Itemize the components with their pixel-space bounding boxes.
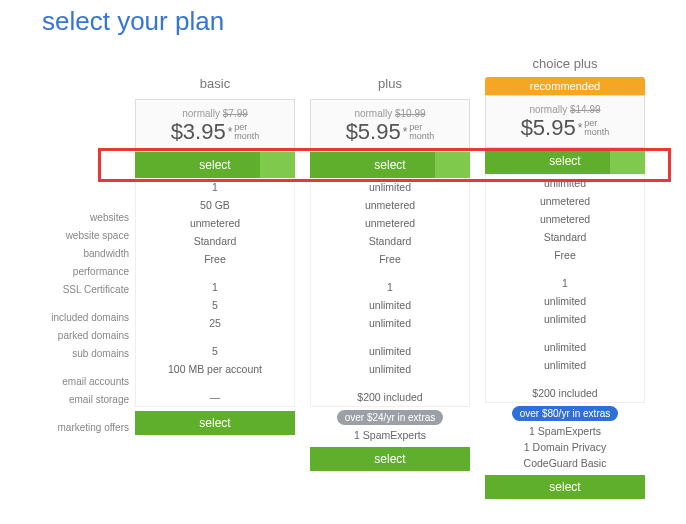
feature-marketing-offers: $200 included bbox=[486, 384, 644, 402]
label-marketing-offers: marketing offers bbox=[30, 419, 135, 437]
feature-websites: unlimited bbox=[311, 178, 469, 196]
feature-email-storage: unlimited bbox=[311, 360, 469, 378]
plan-name: plus bbox=[310, 49, 470, 99]
per-month-label: permonth bbox=[584, 119, 609, 137]
feature-bandwidth: unmetered bbox=[136, 214, 294, 232]
feature-parked-domains: unlimited bbox=[486, 292, 644, 310]
feature-included-domains: 1 bbox=[486, 274, 644, 292]
feature-websites: 1 bbox=[136, 178, 294, 196]
plan-choice-plus: choice plusrecommendednormally $14.99$5.… bbox=[485, 49, 645, 499]
feature-email-storage: unlimited bbox=[486, 356, 644, 374]
feature-marketing-offers: — bbox=[136, 388, 294, 406]
feature-website-space: unmetered bbox=[311, 196, 469, 214]
feature-sub-domains: unlimited bbox=[486, 310, 644, 328]
feature-bandwidth: unmetered bbox=[311, 214, 469, 232]
normally-text: normally $10.99 bbox=[315, 108, 465, 119]
feature-labels-column: websites website space bandwidth perform… bbox=[30, 49, 135, 499]
features-list: unlimitedunmeteredunmeteredStandardFree1… bbox=[310, 178, 470, 407]
pricing-grid: websites website space bandwidth perform… bbox=[0, 49, 686, 499]
asterisk-icon: * bbox=[578, 121, 583, 135]
feature-websites: unlimited bbox=[486, 174, 644, 192]
label-sub-domains: sub domains bbox=[30, 345, 135, 363]
feature-parked-domains: 5 bbox=[136, 296, 294, 314]
select-button-bottom[interactable]: select bbox=[135, 411, 295, 435]
feature-included-domains: 1 bbox=[311, 278, 469, 296]
price-box: normally $10.99$5.95*permonth bbox=[310, 99, 470, 152]
price-box: normally $7.99$3.95*permonth bbox=[135, 99, 295, 152]
feature-email-accounts: unlimited bbox=[486, 338, 644, 356]
label-websites: websites bbox=[30, 209, 135, 227]
feature-marketing-offers: $200 included bbox=[311, 388, 469, 406]
feature-email-accounts: unlimited bbox=[311, 342, 469, 360]
label-performance: performance bbox=[30, 263, 135, 281]
features-list: unlimitedunmeteredunmeteredStandardFree1… bbox=[485, 174, 645, 403]
features-list: 150 GBunmeteredStandardFree15255100 MB p… bbox=[135, 178, 295, 407]
normally-text: normally $7.99 bbox=[140, 108, 290, 119]
select-button-top[interactable]: select bbox=[310, 152, 470, 178]
label-website-space: website space bbox=[30, 227, 135, 245]
per-month-label: permonth bbox=[409, 123, 434, 141]
per-month-label: permonth bbox=[234, 123, 259, 141]
plan-plus: plusnormally $10.99$5.95*permonthselectu… bbox=[310, 49, 470, 499]
extra-line: 1 Domain Privacy bbox=[485, 439, 645, 455]
feature-ssl: Free bbox=[136, 250, 294, 268]
page-title: select your plan bbox=[0, 0, 686, 49]
select-button-bottom[interactable]: select bbox=[485, 475, 645, 499]
label-email-accounts: email accounts bbox=[30, 373, 135, 391]
feature-bandwidth: unmetered bbox=[486, 210, 644, 228]
feature-performance: Standard bbox=[311, 232, 469, 250]
price: $3.95 bbox=[171, 119, 226, 145]
price-box: normally $14.99$5.95*permonth bbox=[485, 95, 645, 148]
feature-included-domains: 1 bbox=[136, 278, 294, 296]
plan-name: choice plus bbox=[485, 49, 645, 79]
feature-performance: Standard bbox=[136, 232, 294, 250]
feature-email-accounts: 5 bbox=[136, 342, 294, 360]
recommended-badge: recommended bbox=[485, 77, 645, 95]
normally-text: normally $14.99 bbox=[490, 104, 640, 115]
plan-name: basic bbox=[135, 49, 295, 99]
label-included-domains: included domains bbox=[30, 309, 135, 327]
feature-email-storage: 100 MB per account bbox=[136, 360, 294, 378]
feature-ssl: Free bbox=[311, 250, 469, 268]
feature-sub-domains: unlimited bbox=[311, 314, 469, 332]
select-button-top[interactable]: select bbox=[485, 148, 645, 174]
asterisk-icon: * bbox=[403, 125, 408, 139]
feature-website-space: 50 GB bbox=[136, 196, 294, 214]
feature-performance: Standard bbox=[486, 228, 644, 246]
label-bandwidth: bandwidth bbox=[30, 245, 135, 263]
asterisk-icon: * bbox=[228, 125, 233, 139]
label-parked-domains: parked domains bbox=[30, 327, 135, 345]
feature-ssl: Free bbox=[486, 246, 644, 264]
feature-website-space: unmetered bbox=[486, 192, 644, 210]
extra-line: 1 SpamExperts bbox=[310, 427, 470, 443]
price: $5.95 bbox=[346, 119, 401, 145]
label-ssl: SSL Certificate bbox=[30, 281, 135, 299]
select-button-top[interactable]: select bbox=[135, 152, 295, 178]
feature-parked-domains: unlimited bbox=[311, 296, 469, 314]
extra-line: CodeGuard Basic bbox=[485, 455, 645, 471]
extras-pill: over $24/yr in extras bbox=[337, 410, 444, 425]
feature-sub-domains: 25 bbox=[136, 314, 294, 332]
label-email-storage: email storage bbox=[30, 391, 135, 409]
select-button-bottom[interactable]: select bbox=[310, 447, 470, 471]
extras-pill: over $80/yr in extras bbox=[512, 406, 619, 421]
plan-basic: basicnormally $7.99$3.95*permonthselect1… bbox=[135, 49, 295, 499]
price: $5.95 bbox=[521, 115, 576, 141]
extra-line: 1 SpamExperts bbox=[485, 423, 645, 439]
